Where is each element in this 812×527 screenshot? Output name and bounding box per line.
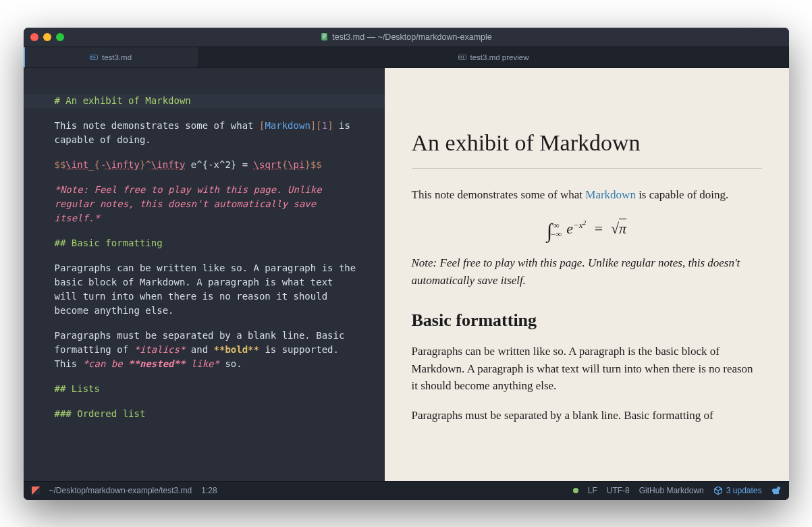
editor-window: test3.md — ~/Desktop/markdown-example te… xyxy=(24,28,789,500)
traffic-lights xyxy=(30,33,64,41)
preview-h2: Basic formatting xyxy=(412,310,762,331)
minimize-window-button[interactable] xyxy=(43,33,51,41)
tab-preview-label: test3.md preview xyxy=(470,53,529,61)
svg-rect-2 xyxy=(323,36,326,36)
preview-p3: Paragraphs must be separated by a blank … xyxy=(412,407,762,424)
status-deprecated-icon[interactable] xyxy=(32,487,40,495)
status-file-path[interactable]: ~/Desktop/markdown-example/test3.md xyxy=(49,486,192,495)
status-line-ending[interactable]: LF xyxy=(588,486,597,495)
editor-line-p1: This note demonstrates some of what [Mar… xyxy=(55,119,360,147)
preview-p1: This note demonstrates some of what Mark… xyxy=(412,186,762,204)
status-encoding[interactable]: UTF-8 xyxy=(607,486,630,495)
editor-line-note: *Note: Feel free to play with this page.… xyxy=(55,183,360,225)
markdown-icon xyxy=(90,53,98,61)
squirrel-icon xyxy=(772,486,781,495)
markdown-icon xyxy=(458,53,466,61)
preview-note: Note: Feel free to play with this page. … xyxy=(412,254,762,289)
preview-p2: Paragraphs can be written like so. A par… xyxy=(412,343,762,395)
status-cursor-position[interactable]: 1:28 xyxy=(201,486,217,495)
tab-preview[interactable]: test3.md preview xyxy=(199,47,789,67)
editor-line-h2b: ## Lists xyxy=(55,382,360,396)
status-git-indicator[interactable] xyxy=(573,488,578,493)
status-squirrel-icon[interactable] xyxy=(772,486,781,495)
svg-rect-0 xyxy=(321,33,327,40)
main-split: # An exhibit of Markdown This note demon… xyxy=(24,68,789,481)
tab-source-label: test3.md xyxy=(102,53,132,61)
svg-rect-1 xyxy=(323,34,326,35)
editor-line-h2a: ## Basic formatting xyxy=(55,236,360,250)
source-editor[interactable]: # An exhibit of Markdown This note demon… xyxy=(24,68,385,481)
svg-rect-3 xyxy=(323,38,325,38)
package-icon xyxy=(713,486,723,495)
preview-divider xyxy=(412,168,762,169)
tab-source[interactable]: test3.md xyxy=(24,47,199,67)
editor-line-math: $$\int_{-\infty}^\infty e^{-x^2} = \sqrt… xyxy=(55,158,360,172)
editor-line-p2: Paragraphs can be written like so. A par… xyxy=(55,261,360,318)
window-title: test3.md — ~/Desktop/markdown-example xyxy=(24,32,789,42)
status-updates[interactable]: 3 updates xyxy=(713,486,762,495)
tab-bar: test3.md test3.md preview xyxy=(24,47,789,68)
editor-line-p3: Paragraphs must be separated by a blank … xyxy=(55,329,360,371)
file-icon xyxy=(320,32,329,41)
preview-markdown-link[interactable]: Markdown xyxy=(585,188,636,201)
status-bar: ~/Desktop/markdown-example/test3.md 1:28… xyxy=(24,481,789,500)
markdown-preview[interactable]: An exhibit of Markdown This note demonst… xyxy=(385,68,789,481)
preview-h1: An exhibit of Markdown xyxy=(412,130,762,156)
preview-math: ∫−∞∞ e−x2 = √π xyxy=(412,215,762,240)
close-window-button[interactable] xyxy=(30,33,38,41)
zoom-window-button[interactable] xyxy=(56,33,64,41)
titlebar: test3.md — ~/Desktop/markdown-example xyxy=(24,28,789,47)
editor-line-h1: # An exhibit of Markdown xyxy=(24,94,385,108)
editor-line-h3: ### Ordered list xyxy=(55,407,360,421)
status-grammar[interactable]: GitHub Markdown xyxy=(639,486,704,495)
